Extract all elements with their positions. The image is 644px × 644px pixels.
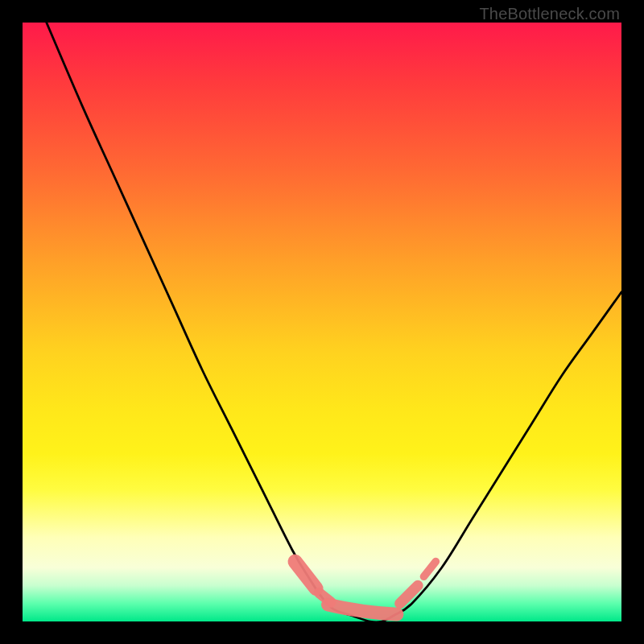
highlight-segment — [328, 605, 397, 614]
highlight-segment — [423, 562, 436, 577]
chart-frame: TheBottleneck.com — [0, 0, 644, 644]
highlight-segment — [295, 562, 316, 588]
curve-overlay — [23, 23, 621, 621]
plot-area — [23, 23, 621, 621]
bottleneck-curve — [47, 23, 621, 621]
watermark-label: TheBottleneck.com — [479, 5, 620, 23]
